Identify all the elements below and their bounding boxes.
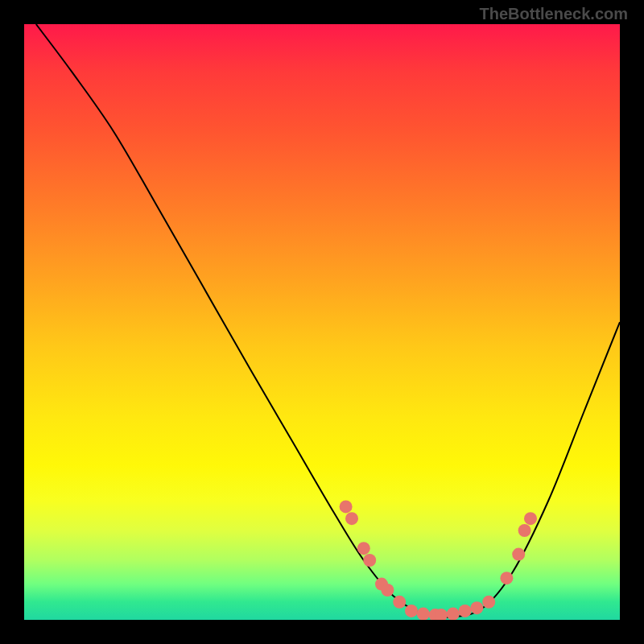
data-point [357, 542, 370, 555]
data-point [470, 601, 483, 614]
data-point [459, 605, 472, 617]
data-point [512, 548, 525, 561]
data-point [405, 605, 418, 617]
data-point [447, 608, 460, 620]
data-point [518, 524, 531, 537]
data-point [340, 500, 353, 513]
scatter-dots [340, 500, 537, 620]
chart-svg [24, 24, 620, 620]
data-point [482, 596, 495, 609]
data-point [381, 584, 394, 597]
bottleneck-curve [36, 24, 620, 617]
chart-plot-area [24, 24, 620, 620]
watermark-text: TheBottleneck.com [480, 5, 628, 23]
data-point [524, 512, 537, 525]
data-point [417, 608, 430, 620]
data-point [363, 554, 376, 567]
data-point [500, 572, 513, 584]
data-point [393, 596, 406, 609]
data-point [345, 512, 358, 525]
